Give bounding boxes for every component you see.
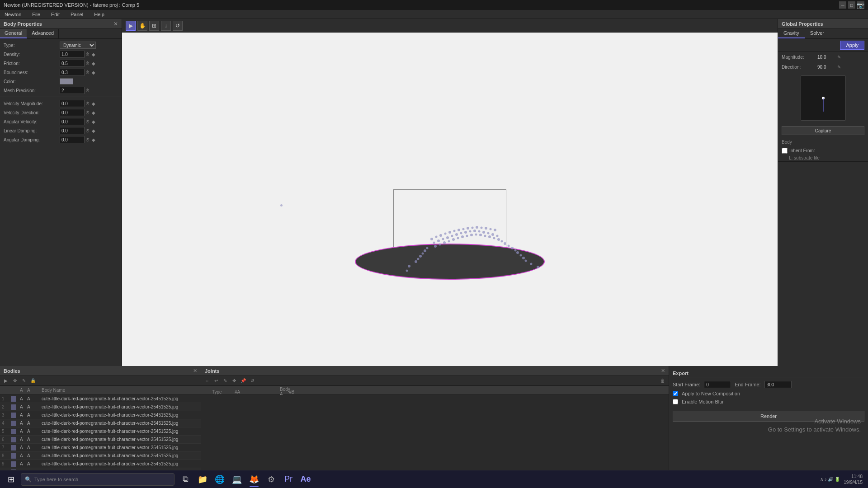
export-motion-blur-checkbox[interactable] — [673, 399, 678, 404]
prop-velocity-magnitude-input[interactable] — [60, 100, 85, 107]
prop-angular-damping-input[interactable] — [60, 136, 85, 143]
joints-tool-6[interactable]: ↺ — [248, 377, 256, 385]
prop-velocity-magnitude-reset[interactable]: ◆ — [92, 101, 97, 106]
global-tab-solver[interactable]: Solver — [805, 29, 830, 38]
prop-density-reset[interactable]: ◆ — [92, 52, 97, 57]
minimize-button[interactable]: ─ — [839, 1, 846, 9]
body-row-1[interactable]: 1 A A cute-little-dark-red-pomegranate-f… — [0, 395, 201, 403]
joints-tool-3[interactable]: ✎ — [221, 377, 229, 385]
screenshot-icon[interactable]: 📷 — [857, 2, 864, 9]
render-button[interactable]: Render — [673, 411, 864, 422]
prop-angular-velocity-label: Angular Velocity: — [4, 119, 58, 124]
inherit-from-row: Inherit From: — [778, 147, 868, 155]
body-row-4[interactable]: 4 A A cute-little-dark-red-pomegranate-f… — [0, 419, 201, 427]
prop-mesh-precision-input[interactable] — [60, 87, 85, 94]
bodies-tool-move[interactable]: ✥ — [11, 377, 19, 385]
body-row-6[interactable]: 6 A A cute-little-dark-red-pomegranate-f… — [0, 436, 201, 444]
menu-file[interactable]: File — [29, 11, 43, 18]
global-magnitude-edit[interactable]: ✎ — [837, 55, 841, 60]
taskbar-app-vscode[interactable]: 💻 — [229, 471, 245, 488]
bodies-close[interactable]: ✕ — [193, 368, 197, 374]
prop-friction-input[interactable] — [60, 60, 85, 67]
menu-newton[interactable]: Newton — [2, 11, 24, 18]
prop-friction-reset[interactable]: ◆ — [92, 61, 97, 66]
export-start-frame-row: Start Frame: End Frame: — [673, 381, 864, 388]
bodies-tool-edit[interactable]: ✎ — [20, 377, 28, 385]
prop-bounciness-reset[interactable]: ◆ — [92, 70, 97, 75]
apply-button[interactable]: Apply — [840, 41, 864, 50]
menu-help[interactable]: Help — [91, 11, 107, 18]
joints-close[interactable]: ✕ — [661, 368, 665, 374]
joints-tool-5[interactable]: 📌 — [239, 377, 247, 385]
prop-velocity-direction-reset[interactable]: ◆ — [92, 110, 97, 115]
refresh-tool-button[interactable]: ↺ — [173, 21, 183, 31]
svg-point-0 — [430, 238, 433, 240]
taskbar-app-premiere[interactable]: Pr — [280, 471, 297, 488]
bodies-tool-lock[interactable]: 🔒 — [29, 377, 37, 385]
menu-edit[interactable]: Edit — [48, 11, 62, 18]
prop-linear-damping-input[interactable] — [60, 127, 85, 134]
prop-linear-damping-anim[interactable]: ⏱ — [85, 128, 91, 133]
prop-velocity-magnitude-anim[interactable]: ⏱ — [85, 101, 91, 106]
body-row-7[interactable]: 7 A A cute-little-dark-red-pomegranate-f… — [0, 444, 201, 452]
prop-color-swatch[interactable] — [60, 78, 73, 84]
prop-type-dropdown[interactable]: DynamicStaticKinematic — [60, 42, 96, 49]
body-row-8[interactable]: 8 A A cute-little-dark-red-pomegranate-f… — [0, 452, 201, 460]
taskbar-app-ae[interactable]: Ae — [297, 471, 314, 488]
svg-point-56 — [516, 251, 519, 254]
prop-angular-damping-reset[interactable]: ◆ — [92, 137, 97, 142]
taskbar-start-button[interactable]: ⊞ — [2, 471, 20, 488]
taskbar-app-taskview[interactable]: ⧉ — [177, 471, 193, 488]
taskbar-app-settings[interactable]: ⚙ — [263, 471, 279, 488]
prop-linear-damping-reset[interactable]: ◆ — [92, 128, 97, 133]
grid-tool-button[interactable]: ⊞ — [149, 21, 159, 31]
capture-button[interactable]: Capture — [782, 126, 864, 135]
bodies-tool-select[interactable]: ▶ — [2, 377, 10, 385]
prop-friction-anim[interactable]: ⏱ — [85, 61, 91, 66]
taskbar-app-explorer[interactable]: 📁 — [194, 471, 211, 488]
prop-angular-velocity-reset[interactable]: ◆ — [92, 119, 97, 124]
prop-density-anim[interactable]: ⏱ — [85, 52, 91, 57]
svg-point-28 — [491, 233, 494, 236]
prop-angular-velocity-anim[interactable]: ⏱ — [85, 119, 91, 124]
prop-velocity-direction-input[interactable] — [60, 109, 85, 116]
prop-mesh-precision-anim[interactable]: ⏱ — [85, 88, 91, 93]
floating-particle — [280, 204, 283, 206]
export-start-frame-input[interactable] — [704, 381, 731, 388]
taskbar-app-firefox[interactable]: 🦊 — [246, 471, 262, 488]
prop-bounciness-anim[interactable]: ⏱ — [85, 70, 91, 75]
arrow-down-tool-button[interactable]: ↓ — [161, 21, 171, 31]
maximize-button[interactable]: □ — [848, 1, 855, 9]
body-row-9[interactable]: 9 A A cute-little-dark-red-pomegranate-f… — [0, 460, 201, 468]
prop-angular-velocity-input[interactable] — [60, 118, 85, 125]
taskbar-app-browser[interactable]: 🌐 — [212, 471, 228, 488]
body-row-3[interactable]: 3 A A cute-little-dark-red-pomegranate-f… — [0, 411, 201, 419]
prop-density-input[interactable] — [60, 51, 85, 58]
prop-bounciness-input[interactable] — [60, 69, 85, 76]
body-properties-close[interactable]: ✕ — [113, 21, 118, 27]
export-end-frame-input[interactable] — [764, 381, 792, 388]
joints-tool-2[interactable]: ↩ — [212, 377, 220, 385]
body-row-5[interactable]: 5 A A cute-little-dark-red-pomegranate-f… — [0, 427, 201, 436]
hand-tool-button[interactable]: ✋ — [137, 21, 147, 31]
svg-point-63 — [406, 269, 408, 272]
taskbar-search[interactable]: 🔍 Type here to search — [21, 473, 175, 486]
body-properties-tabs: General Advanced — [0, 29, 122, 39]
joints-tool-1[interactable]: ↔ — [203, 377, 211, 385]
bodies-panel-header: Bodies ✕ — [0, 366, 201, 376]
tab-general[interactable]: General — [0, 29, 27, 38]
menu-panel[interactable]: Panel — [68, 11, 86, 18]
export-apply-checkbox[interactable] — [673, 391, 678, 396]
svg-point-48 — [424, 249, 426, 252]
body-row-2[interactable]: 2 A A cute-little-dark-red-pomegranate-f… — [0, 403, 201, 411]
global-tab-gravity[interactable]: Gravity — [778, 29, 805, 38]
select-tool-button[interactable]: ▶ — [126, 21, 136, 31]
svg-point-22 — [464, 231, 467, 234]
global-direction-edit[interactable]: ✎ — [837, 65, 841, 70]
tab-advanced[interactable]: Advanced — [27, 29, 59, 38]
joints-tool-4[interactable]: ✥ — [230, 377, 238, 385]
prop-angular-damping-anim[interactable]: ⏱ — [85, 137, 91, 142]
joints-tool-delete[interactable]: 🗑 — [659, 377, 667, 385]
prop-velocity-direction-anim[interactable]: ⏱ — [85, 110, 91, 115]
inherit-from-checkbox[interactable] — [782, 148, 788, 154]
